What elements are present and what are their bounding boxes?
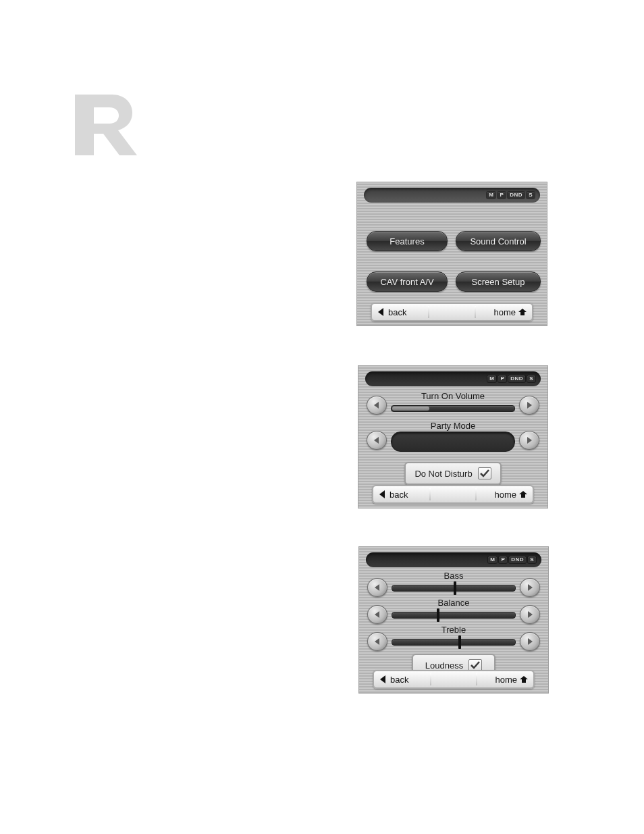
home-icon <box>518 308 527 316</box>
device-screen-setup-menu: M P DND S Features Sound Control CAV fro… <box>356 182 547 326</box>
status-dnd: DND <box>509 556 526 563</box>
status-dnd: DND <box>508 192 525 199</box>
bass-track[interactable] <box>392 585 516 592</box>
status-p: P <box>499 556 507 563</box>
status-dnd: DND <box>508 375 525 382</box>
status-s: S <box>527 192 535 199</box>
treble-indicator <box>458 635 461 649</box>
balance-left[interactable] <box>367 605 387 624</box>
checkmark-icon <box>478 467 491 479</box>
back-label: back <box>388 308 406 317</box>
arrow-left-icon <box>374 611 381 618</box>
status-s: S <box>527 375 535 382</box>
loudness-label: Loudness <box>425 661 463 670</box>
home-button[interactable]: home <box>476 308 532 317</box>
back-icon <box>377 308 385 316</box>
bottom-nav: back home <box>371 303 533 321</box>
bottom-nav: back home <box>372 485 534 504</box>
brand-logo <box>75 95 137 155</box>
back-icon <box>379 675 387 683</box>
back-button[interactable]: back <box>372 308 428 317</box>
party-mode-next[interactable] <box>519 431 539 450</box>
do-not-disturb-toggle[interactable]: Do Not Disturb <box>404 462 502 485</box>
home-label: home <box>493 308 516 317</box>
status-p: P <box>498 375 506 382</box>
party-mode-label: Party Mode <box>391 421 515 430</box>
turn-on-volume-decrease[interactable] <box>367 396 387 415</box>
balance-label: Balance <box>392 598 516 607</box>
bass-indicator <box>454 581 456 595</box>
bass-label: Bass <box>392 571 516 580</box>
status-m: M <box>487 375 496 382</box>
turn-on-volume-increase[interactable] <box>519 396 539 415</box>
turn-on-volume-label: Turn On Volume <box>391 392 515 400</box>
arrow-right-icon <box>527 584 533 591</box>
back-label: back <box>390 675 408 684</box>
back-button[interactable]: back <box>373 490 429 499</box>
treble-increase[interactable] <box>520 632 540 651</box>
home-button[interactable]: home <box>477 490 533 499</box>
status-bar: M P DND S <box>365 371 541 386</box>
balance-track[interactable] <box>392 612 516 619</box>
bass-decrease[interactable] <box>367 578 387 597</box>
home-icon <box>519 490 527 498</box>
treble-label: Treble <box>392 625 516 634</box>
status-m: M <box>488 556 497 563</box>
turn-on-volume-track[interactable] <box>391 405 515 412</box>
status-bar: M P DND S <box>366 552 541 567</box>
treble-decrease[interactable] <box>367 632 387 651</box>
arrow-left-icon <box>373 402 380 409</box>
status-m: M <box>487 192 495 199</box>
home-button[interactable]: home <box>477 675 533 684</box>
screen-setup-button[interactable]: Screen Setup <box>456 271 541 292</box>
arrow-left-icon <box>374 584 381 591</box>
arrow-right-icon <box>526 437 533 444</box>
arrow-right-icon <box>526 402 533 409</box>
home-label: home <box>495 675 517 684</box>
device-screen-features: M P DND S Turn On Volume Party Mode Do N… <box>358 365 548 509</box>
arrow-left-icon <box>374 638 381 645</box>
balance-indicator <box>437 608 439 622</box>
status-s: S <box>528 556 536 563</box>
bottom-nav: back home <box>373 670 535 689</box>
back-button[interactable]: back <box>374 675 430 684</box>
arrow-right-icon <box>527 638 533 645</box>
party-mode-prev[interactable] <box>367 431 387 450</box>
cav-front-av-button[interactable]: CAV front A/V <box>367 271 448 292</box>
turn-on-volume-fill <box>392 407 429 411</box>
balance-right[interactable] <box>520 605 540 624</box>
device-screen-sound-control: M P DND S Bass Balance Treble <box>358 546 549 694</box>
home-icon <box>520 675 528 683</box>
sound-control-button[interactable]: Sound Control <box>456 231 541 251</box>
do-not-disturb-label: Do Not Disturb <box>414 469 472 478</box>
status-p: P <box>498 192 506 199</box>
treble-track[interactable] <box>392 639 516 646</box>
home-label: home <box>494 490 516 499</box>
bass-increase[interactable] <box>520 578 540 597</box>
back-label: back <box>390 490 408 499</box>
features-button[interactable]: Features <box>367 231 448 251</box>
back-icon <box>379 490 387 498</box>
arrow-left-icon <box>373 437 380 444</box>
party-mode-value <box>391 432 515 452</box>
status-bar: M P DND S <box>364 188 540 203</box>
arrow-right-icon <box>527 611 533 618</box>
